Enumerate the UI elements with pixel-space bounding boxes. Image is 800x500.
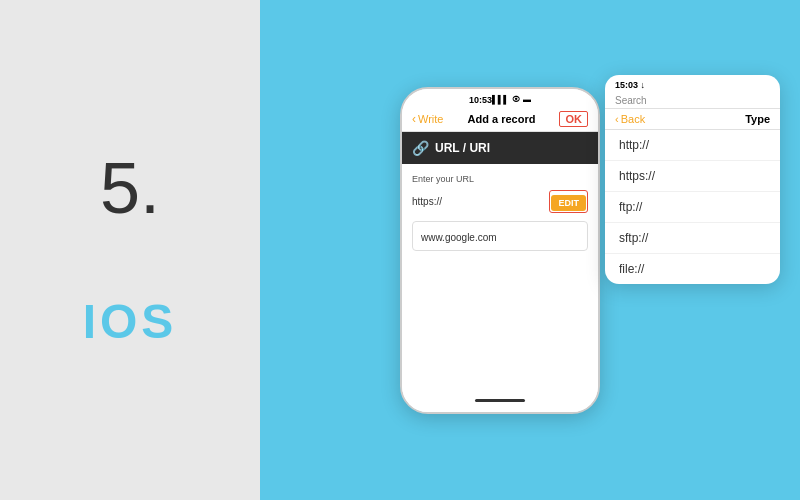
status-time: 10:53 <box>469 95 492 105</box>
url-header-title: URL / URI <box>435 141 490 155</box>
signal-icon: ▌▌▌ <box>492 95 509 104</box>
url-header: 🔗 URL / URI <box>402 132 598 164</box>
form-label: Enter your URL <box>412 174 588 184</box>
dropdown-item-https[interactable]: https:// <box>605 161 780 192</box>
phone-nav: ‹ Write Add a record OK <box>402 107 598 132</box>
status-icons: ▌▌▌ ⦿ ▬ <box>492 95 531 104</box>
nav-title: Add a record <box>468 113 536 125</box>
dropdown-item-sftp[interactable]: sftp:// <box>605 223 780 254</box>
dropdown-popup: 15:03 ↓ Search ‹ Back Type http:// https… <box>605 75 780 284</box>
dropdown-item-label: ftp:// <box>619 200 642 214</box>
url-input-row: https:// EDIT <box>412 190 588 213</box>
search-label: Search <box>615 95 647 106</box>
dropdown-item-label: https:// <box>619 169 655 183</box>
dropdown-status-bar: 15:03 ↓ <box>605 75 780 93</box>
dropdown-back-button[interactable]: ‹ Back <box>615 113 645 125</box>
home-bar-indicator <box>475 399 525 402</box>
platform-label: IOS <box>83 294 178 349</box>
phone-home-bar <box>402 391 598 412</box>
battery-icon: ▬ <box>523 95 531 104</box>
phone-mockup: 10:53 ▌▌▌ ⦿ ▬ ‹ Write Add a record OK 🔗 … <box>400 87 600 414</box>
edit-button-wrapper: EDIT <box>549 190 588 213</box>
form-area: Enter your URL https:// EDIT <box>402 164 598 261</box>
wifi-icon: ⦿ <box>512 95 520 104</box>
nav-back-button[interactable]: ‹ Write <box>412 112 443 126</box>
dropdown-item-label: sftp:// <box>619 231 648 245</box>
google-field[interactable] <box>421 232 579 243</box>
dropdown-item-label: http:// <box>619 138 649 152</box>
dropdown-search-bar: Search <box>605 93 780 109</box>
step-number: 5. <box>100 152 160 224</box>
dropdown-back-chevron-icon: ‹ <box>615 113 619 125</box>
left-panel: 5. IOS <box>0 0 260 500</box>
google-input-row <box>412 221 588 251</box>
dropdown-item-ftp[interactable]: ftp:// <box>605 192 780 223</box>
url-field: https:// <box>412 194 543 209</box>
nav-write-label: Write <box>418 113 443 125</box>
dropdown-item-label: file:// <box>619 262 644 276</box>
edit-button[interactable]: EDIT <box>551 195 586 211</box>
nav-ok-button[interactable]: OK <box>559 111 588 127</box>
dropdown-status-time: 15:03 ↓ <box>615 80 645 90</box>
phone-status-bar: 10:53 ▌▌▌ ⦿ ▬ <box>402 89 598 107</box>
dropdown-back-label: Back <box>621 113 645 125</box>
right-panel: 10:53 ▌▌▌ ⦿ ▬ ‹ Write Add a record OK 🔗 … <box>260 0 800 500</box>
back-chevron-icon: ‹ <box>412 112 416 126</box>
dropdown-nav: ‹ Back Type <box>605 109 780 130</box>
dropdown-type-label: Type <box>745 113 770 125</box>
dropdown-item-http[interactable]: http:// <box>605 130 780 161</box>
dropdown-item-file[interactable]: file:// <box>605 254 780 284</box>
phone-body-space <box>402 261 598 391</box>
link-icon: 🔗 <box>412 140 429 156</box>
